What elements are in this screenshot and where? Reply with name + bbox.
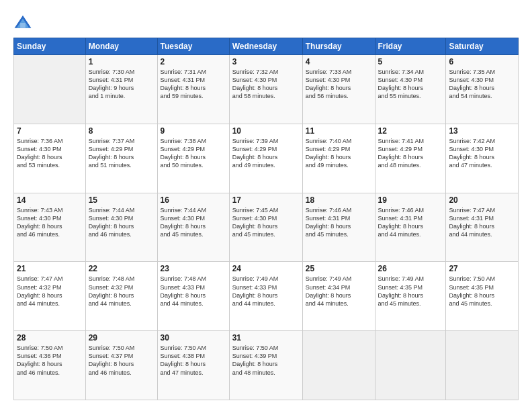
day-number: 14 — [17, 195, 83, 205]
day-cell: 22Sunrise: 7:48 AMSunset: 4:32 PMDayligh… — [85, 262, 157, 331]
day-number: 27 — [449, 264, 515, 273]
day-cell: 17Sunrise: 7:45 AMSunset: 4:30 PMDayligh… — [229, 193, 302, 262]
day-cell: 2Sunrise: 7:31 AMSunset: 4:31 PMDaylight… — [157, 55, 229, 124]
day-number: 12 — [378, 126, 443, 136]
day-detail: Sunrise: 7:45 AMSunset: 4:30 PMDaylight:… — [232, 206, 300, 239]
header-friday: Friday — [375, 38, 446, 55]
day-cell — [14, 55, 86, 124]
day-cell: 23Sunrise: 7:48 AMSunset: 4:33 PMDayligh… — [157, 262, 229, 331]
day-detail: Sunrise: 7:50 AMSunset: 4:35 PMDaylight:… — [449, 275, 515, 308]
day-cell: 13Sunrise: 7:42 AMSunset: 4:30 PMDayligh… — [446, 124, 519, 193]
day-detail: Sunrise: 7:46 AMSunset: 4:31 PMDaylight:… — [378, 206, 443, 239]
day-detail: Sunrise: 7:42 AMSunset: 4:30 PMDaylight:… — [449, 137, 515, 170]
day-detail: Sunrise: 7:43 AMSunset: 4:30 PMDaylight:… — [17, 206, 83, 239]
day-number: 7 — [17, 126, 83, 136]
day-cell — [446, 331, 519, 400]
day-cell: 24Sunrise: 7:49 AMSunset: 4:33 PMDayligh… — [229, 262, 302, 331]
header — [13, 11, 519, 32]
header-sunday: Sunday — [14, 38, 86, 55]
day-number: 23 — [161, 264, 226, 273]
day-cell: 28Sunrise: 7:50 AMSunset: 4:36 PMDayligh… — [14, 331, 86, 400]
header-tuesday: Tuesday — [157, 38, 229, 55]
header-monday: Monday — [85, 38, 157, 55]
day-number: 5 — [378, 57, 443, 66]
header-wednesday: Wednesday — [229, 38, 302, 55]
day-detail: Sunrise: 7:50 AMSunset: 4:38 PMDaylight:… — [161, 344, 226, 377]
day-number: 3 — [232, 57, 300, 66]
day-cell: 30Sunrise: 7:50 AMSunset: 4:38 PMDayligh… — [157, 331, 229, 400]
day-number: 28 — [17, 333, 83, 342]
day-detail: Sunrise: 7:30 AMSunset: 4:31 PMDaylight:… — [89, 68, 154, 101]
day-number: 13 — [449, 126, 515, 136]
day-detail: Sunrise: 7:49 AMSunset: 4:34 PMDaylight:… — [306, 275, 372, 308]
week-row-3: 14Sunrise: 7:43 AMSunset: 4:30 PMDayligh… — [14, 193, 519, 262]
week-row-5: 28Sunrise: 7:50 AMSunset: 4:36 PMDayligh… — [14, 331, 519, 400]
day-detail: Sunrise: 7:49 AMSunset: 4:33 PMDaylight:… — [232, 275, 300, 308]
day-cell: 18Sunrise: 7:46 AMSunset: 4:31 PMDayligh… — [302, 193, 375, 262]
day-detail: Sunrise: 7:34 AMSunset: 4:30 PMDaylight:… — [378, 68, 443, 101]
day-number: 30 — [161, 333, 226, 342]
calendar-table: SundayMondayTuesdayWednesdayThursdayFrid… — [13, 38, 519, 400]
header-saturday: Saturday — [446, 38, 519, 55]
svg-rect-2 — [20, 23, 26, 28]
day-cell: 7Sunrise: 7:36 AMSunset: 4:30 PMDaylight… — [14, 124, 86, 193]
day-detail: Sunrise: 7:41 AMSunset: 4:29 PMDaylight:… — [378, 137, 443, 170]
day-cell: 21Sunrise: 7:47 AMSunset: 4:32 PMDayligh… — [14, 262, 86, 331]
day-detail: Sunrise: 7:48 AMSunset: 4:32 PMDaylight:… — [89, 275, 154, 308]
day-number: 31 — [232, 333, 300, 342]
day-detail: Sunrise: 7:40 AMSunset: 4:29 PMDaylight:… — [306, 137, 372, 170]
day-cell: 20Sunrise: 7:47 AMSunset: 4:31 PMDayligh… — [446, 193, 519, 262]
header-thursday: Thursday — [302, 38, 375, 55]
day-detail: Sunrise: 7:35 AMSunset: 4:30 PMDaylight:… — [449, 68, 515, 101]
day-cell: 9Sunrise: 7:38 AMSunset: 4:29 PMDaylight… — [157, 124, 229, 193]
day-number: 20 — [449, 195, 515, 205]
day-number: 1 — [89, 57, 154, 66]
day-cell: 27Sunrise: 7:50 AMSunset: 4:35 PMDayligh… — [446, 262, 519, 331]
day-number: 17 — [232, 195, 300, 205]
day-number: 8 — [89, 126, 154, 136]
day-detail: Sunrise: 7:49 AMSunset: 4:35 PMDaylight:… — [378, 275, 443, 308]
day-detail: Sunrise: 7:47 AMSunset: 4:32 PMDaylight:… — [17, 275, 83, 308]
day-cell: 19Sunrise: 7:46 AMSunset: 4:31 PMDayligh… — [375, 193, 446, 262]
day-cell: 8Sunrise: 7:37 AMSunset: 4:29 PMDaylight… — [85, 124, 157, 193]
day-cell: 12Sunrise: 7:41 AMSunset: 4:29 PMDayligh… — [375, 124, 446, 193]
day-detail: Sunrise: 7:50 AMSunset: 4:37 PMDaylight:… — [89, 344, 154, 377]
day-detail: Sunrise: 7:37 AMSunset: 4:29 PMDaylight:… — [89, 137, 154, 170]
week-row-1: 1Sunrise: 7:30 AMSunset: 4:31 PMDaylight… — [14, 55, 519, 124]
day-number: 19 — [378, 195, 443, 205]
day-number: 2 — [161, 57, 226, 66]
day-detail: Sunrise: 7:50 AMSunset: 4:39 PMDaylight:… — [232, 344, 300, 377]
day-number: 26 — [378, 264, 443, 273]
day-cell: 29Sunrise: 7:50 AMSunset: 4:37 PMDayligh… — [85, 331, 157, 400]
day-cell: 25Sunrise: 7:49 AMSunset: 4:34 PMDayligh… — [302, 262, 375, 331]
day-cell: 15Sunrise: 7:44 AMSunset: 4:30 PMDayligh… — [85, 193, 157, 262]
day-detail: Sunrise: 7:32 AMSunset: 4:30 PMDaylight:… — [232, 68, 300, 101]
day-cell: 31Sunrise: 7:50 AMSunset: 4:39 PMDayligh… — [229, 331, 302, 400]
day-detail: Sunrise: 7:38 AMSunset: 4:29 PMDaylight:… — [161, 137, 226, 170]
calendar-header-row: SundayMondayTuesdayWednesdayThursdayFrid… — [14, 38, 519, 55]
day-cell: 11Sunrise: 7:40 AMSunset: 4:29 PMDayligh… — [302, 124, 375, 193]
day-number: 11 — [306, 126, 372, 136]
day-number: 24 — [232, 264, 300, 273]
day-cell — [375, 331, 446, 400]
day-number: 4 — [306, 57, 372, 66]
day-detail: Sunrise: 7:36 AMSunset: 4:30 PMDaylight:… — [17, 137, 83, 170]
day-cell: 26Sunrise: 7:49 AMSunset: 4:35 PMDayligh… — [375, 262, 446, 331]
day-detail: Sunrise: 7:46 AMSunset: 4:31 PMDaylight:… — [306, 206, 372, 239]
day-cell: 10Sunrise: 7:39 AMSunset: 4:29 PMDayligh… — [229, 124, 302, 193]
page: SundayMondayTuesdayWednesdayThursdayFrid… — [0, 0, 532, 411]
day-detail: Sunrise: 7:48 AMSunset: 4:33 PMDaylight:… — [161, 275, 226, 308]
day-detail: Sunrise: 7:44 AMSunset: 4:30 PMDaylight:… — [89, 206, 154, 239]
day-detail: Sunrise: 7:50 AMSunset: 4:36 PMDaylight:… — [17, 344, 83, 377]
day-number: 22 — [89, 264, 154, 273]
day-detail: Sunrise: 7:47 AMSunset: 4:31 PMDaylight:… — [449, 206, 515, 239]
day-number: 21 — [17, 264, 83, 273]
day-number: 18 — [306, 195, 372, 205]
day-number: 9 — [161, 126, 226, 136]
day-cell: 1Sunrise: 7:30 AMSunset: 4:31 PMDaylight… — [85, 55, 157, 124]
day-detail: Sunrise: 7:31 AMSunset: 4:31 PMDaylight:… — [161, 68, 226, 101]
day-number: 6 — [449, 57, 515, 66]
day-cell: 4Sunrise: 7:33 AMSunset: 4:30 PMDaylight… — [302, 55, 375, 124]
day-number: 25 — [306, 264, 372, 273]
day-cell: 14Sunrise: 7:43 AMSunset: 4:30 PMDayligh… — [14, 193, 86, 262]
